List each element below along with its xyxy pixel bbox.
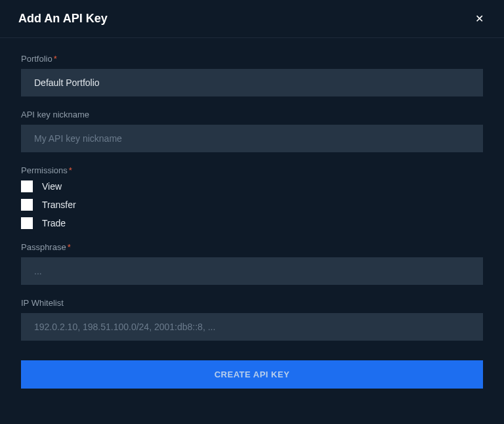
add-api-key-modal: Add An API Key ✕ Portfolio* API key nick…	[0, 0, 504, 424]
portfolio-label-text: Portfolio	[21, 54, 52, 64]
modal-body: Portfolio* API key nickname Permissions*…	[0, 38, 504, 424]
required-asterisk: *	[68, 242, 71, 252]
view-checkbox[interactable]	[21, 180, 33, 192]
permissions-label-text: Permissions	[21, 165, 68, 175]
trade-checkbox[interactable]	[21, 217, 33, 229]
ipwhitelist-label: IP Whitelist	[21, 298, 483, 308]
create-api-key-button[interactable]: CREATE API KEY	[21, 360, 483, 389]
modal-header: Add An API Key ✕	[0, 0, 504, 38]
passphrase-label: Passphrase*	[21, 242, 483, 252]
checkbox-row-transfer: Transfer	[21, 199, 483, 211]
close-button[interactable]: ✕	[472, 12, 486, 26]
transfer-checkbox-label: Transfer	[42, 200, 76, 210]
ipwhitelist-group: IP Whitelist	[21, 298, 483, 341]
permissions-label: Permissions*	[21, 165, 483, 175]
checkbox-row-view: View	[21, 180, 483, 192]
required-asterisk: *	[54, 54, 57, 64]
close-icon: ✕	[475, 12, 484, 25]
view-checkbox-label: View	[42, 181, 62, 192]
passphrase-input[interactable]	[21, 257, 483, 285]
required-asterisk: *	[69, 165, 72, 175]
nickname-group: API key nickname	[21, 110, 483, 152]
permissions-checkboxes: View Transfer Trade	[21, 180, 483, 229]
passphrase-group: Passphrase*	[21, 242, 483, 285]
ipwhitelist-input[interactable]	[21, 313, 483, 341]
modal-title: Add An API Key	[18, 12, 108, 26]
permissions-group: Permissions* View Transfer Trade	[21, 165, 483, 229]
passphrase-label-text: Passphrase	[21, 242, 66, 252]
nickname-input[interactable]	[21, 125, 483, 152]
portfolio-label: Portfolio*	[21, 54, 483, 64]
portfolio-group: Portfolio*	[21, 54, 483, 96]
trade-checkbox-label: Trade	[42, 218, 66, 228]
checkbox-row-trade: Trade	[21, 217, 483, 229]
nickname-label: API key nickname	[21, 110, 483, 119]
transfer-checkbox[interactable]	[21, 199, 33, 211]
portfolio-input[interactable]	[21, 69, 483, 96]
